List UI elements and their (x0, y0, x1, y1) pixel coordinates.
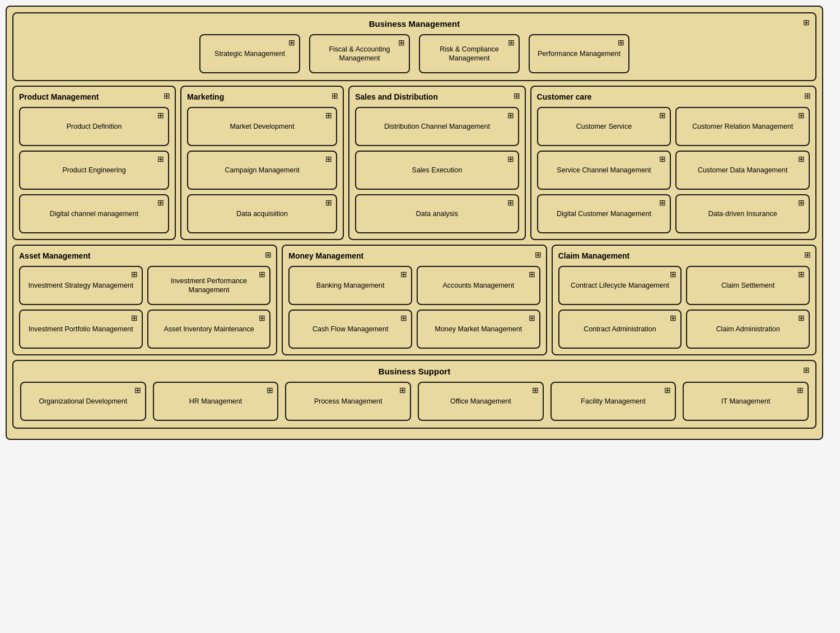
card-icon (325, 154, 332, 163)
card-data-acquisition[interactable]: Data acquisiition (187, 194, 337, 233)
sales-distribution-title: Sales and Distribution (355, 92, 519, 101)
card-icon (157, 198, 164, 207)
marketing-cards: Market Development Campaign Management D… (187, 107, 337, 233)
business-support-section: Business Support Organizational Developm… (12, 360, 816, 429)
card-icon (398, 38, 405, 47)
card-icon (507, 154, 514, 163)
asset-management-title: Asset Management (19, 251, 270, 260)
card-process-management[interactable]: Process Management (285, 382, 411, 421)
card-icon (659, 198, 666, 207)
card-performance-mgmt[interactable]: Performance Management (529, 34, 629, 73)
business-management-title: Business Management (20, 19, 809, 29)
marketing-title: Marketing (187, 92, 337, 101)
card-data-analysis[interactable]: Data analysis (355, 194, 519, 233)
customer-care-cards: Customer Service Customer Relation Manag… (537, 107, 810, 233)
card-icon (259, 313, 265, 322)
card-icon (798, 313, 805, 322)
money-cards: Banking Management Accounts Management C… (288, 266, 540, 349)
card-investment-performance-mgmt[interactable]: Investment Performance Management (147, 266, 271, 305)
customer-care-title: Customer care (537, 92, 810, 101)
card-icon (399, 386, 406, 395)
card-contract-lifecycle-mgmt[interactable]: Contract Lifecycle Management (558, 266, 682, 305)
card-investment-portfolio-mgmt[interactable]: Investment Portfolio Management (19, 310, 143, 349)
product-cards: Product Definition Product Engineering D… (19, 107, 169, 233)
card-strategic-mgmt[interactable]: Strategic Management (199, 34, 300, 73)
card-icon (529, 313, 535, 322)
card-data-driven-insurance[interactable]: Data-driven Insurance (675, 194, 810, 233)
card-icon (670, 313, 676, 322)
card-icon (618, 38, 624, 47)
sales-icon (514, 91, 520, 100)
card-campaign-mgmt[interactable]: Campaign Management (187, 151, 337, 190)
card-icon (797, 386, 804, 395)
card-accounts-mgmt[interactable]: Accounts Management (417, 266, 540, 305)
card-customer-service[interactable]: Customer Service (537, 107, 671, 146)
card-service-channel-mgmt[interactable]: Service Channel Management (537, 151, 671, 190)
asset-management-section: Asset Management Investment Strategy Man… (12, 245, 277, 355)
card-digital-customer-mgmt[interactable]: Digital Customer Management (537, 194, 671, 233)
card-facility-management[interactable]: Facility Management (550, 382, 676, 421)
money-management-title: Money Management (288, 251, 540, 260)
card-office-management[interactable]: Office Management (418, 382, 544, 421)
main-wrapper: Business Management Strategic Management… (6, 6, 823, 440)
money-management-section: Money Management Banking Management Acco… (282, 245, 547, 355)
card-product-engineering[interactable]: Product Engineering (19, 151, 169, 190)
card-icon (659, 111, 666, 120)
card-icon (659, 154, 666, 163)
card-claim-settlement[interactable]: Claim Settlement (686, 266, 810, 305)
card-icon (131, 270, 138, 279)
marketing-icon (332, 91, 338, 100)
card-customer-data-mgmt[interactable]: Customer Data Management (675, 151, 810, 190)
product-management-section: Product Management Product Definition Pr… (12, 86, 176, 240)
card-icon (532, 386, 539, 395)
card-banking-mgmt[interactable]: Banking Management (288, 266, 412, 305)
asset-cards: Investment Strategy Management Investmen… (19, 266, 270, 349)
card-icon (131, 313, 138, 322)
middle-row: Product Management Product Definition Pr… (12, 86, 816, 240)
card-market-development[interactable]: Market Development (187, 107, 337, 146)
business-support-icon (803, 365, 810, 374)
card-icon (529, 270, 535, 279)
card-claim-administration[interactable]: Claim Administration (686, 310, 810, 349)
card-investment-strategy-mgmt[interactable]: Investment Strategy Management (19, 266, 143, 305)
card-cash-flow-mgmt[interactable]: Cash Flow Management (288, 310, 412, 349)
card-sales-execution[interactable]: Sales Execution (355, 151, 519, 190)
money-mgmt-icon (535, 250, 542, 259)
card-hr-management[interactable]: HR Management (153, 382, 279, 421)
card-distribution-channel[interactable]: Distribution Channel Management (355, 107, 519, 146)
business-support-title: Business Support (20, 367, 809, 376)
card-it-management[interactable]: IT Management (683, 382, 809, 421)
product-management-title: Product Management (19, 92, 169, 101)
card-icon (400, 270, 407, 279)
claim-mgmt-icon (804, 250, 811, 259)
marketing-section: Marketing Market Development Campaign Ma… (180, 86, 344, 240)
card-risk-mgmt[interactable]: Risk & Compliance Management (419, 34, 520, 73)
card-contract-administration[interactable]: Contract Administration (558, 310, 682, 349)
claim-management-section: Claim Management Contract Lifecycle Mana… (552, 245, 816, 355)
card-icon (798, 111, 805, 120)
card-product-definition[interactable]: Product Definition (19, 107, 169, 146)
card-icon (288, 38, 295, 47)
card-icon (798, 198, 805, 207)
claim-management-title: Claim Management (558, 251, 810, 260)
card-icon (507, 111, 514, 120)
bottom-mid-row: Asset Management Investment Strategy Man… (12, 245, 816, 355)
product-mgmt-icon (164, 91, 170, 100)
card-money-market-mgmt[interactable]: Money Market Management (417, 310, 540, 349)
card-icon (798, 154, 805, 163)
business-management-section: Business Management Strategic Management… (12, 12, 816, 81)
customer-care-section: Customer care Customer Service Customer … (530, 86, 816, 240)
card-icon (157, 154, 164, 163)
card-org-development[interactable]: Organizational Development (20, 382, 146, 421)
claim-cards: Contract Lifecycle Management Claim Sett… (558, 266, 810, 349)
card-icon (664, 386, 671, 395)
card-customer-relation-mgmt[interactable]: Customer Relation Management (675, 107, 810, 146)
card-icon (267, 386, 273, 395)
card-digital-channel-mgmt[interactable]: Digital channel management (19, 194, 169, 233)
card-icon (798, 270, 805, 279)
card-fiscal-mgmt[interactable]: Fiscal & Accounting Management (309, 34, 410, 73)
business-support-cards: Organizational Development HR Management… (20, 382, 809, 421)
asset-mgmt-icon (265, 250, 272, 259)
card-asset-inventory-maintenance[interactable]: Asset Inventory Maintenance (147, 310, 271, 349)
card-icon (259, 270, 265, 279)
